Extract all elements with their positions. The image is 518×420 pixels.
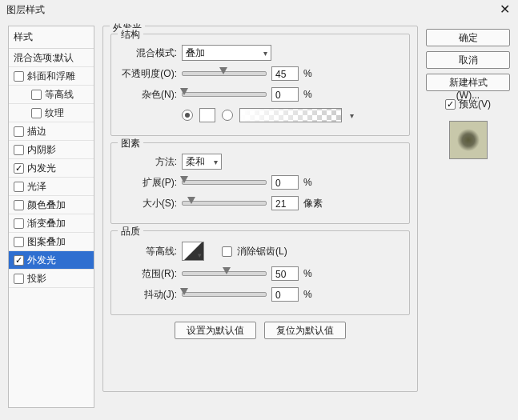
item-stroke-label: 描边 bbox=[27, 125, 46, 138]
titlebar: 图层样式 ✕ bbox=[0, 0, 518, 21]
cancel-button[interactable]: 取消 bbox=[426, 51, 510, 69]
preview-label: 预览(V) bbox=[459, 98, 491, 111]
spread-label: 扩展(P): bbox=[119, 176, 177, 190]
glow-gradient-picker[interactable] bbox=[239, 108, 342, 122]
jitter-slider[interactable] bbox=[182, 292, 267, 297]
blending-options-row[interactable]: 混合选项:默认 bbox=[9, 49, 94, 67]
chevron-down-icon: ▾ bbox=[214, 158, 218, 166]
size-input[interactable]: 21 bbox=[271, 196, 299, 210]
item-contour-sub[interactable]: 等高线 bbox=[9, 86, 94, 104]
item-inner-shadow-label: 内阴影 bbox=[27, 143, 56, 157]
new-style-button[interactable]: 新建样式(W)... bbox=[426, 74, 510, 91]
checkbox-drop-shadow[interactable] bbox=[14, 274, 24, 284]
range-label: 范围(R): bbox=[119, 267, 177, 281]
item-drop-shadow[interactable]: 投影 bbox=[9, 270, 94, 288]
item-stroke[interactable]: 描边 bbox=[9, 122, 94, 141]
contour-label: 等高线: bbox=[119, 245, 177, 258]
checkbox-pattern-overlay[interactable] bbox=[14, 237, 24, 247]
blend-mode-label: 混合模式: bbox=[119, 46, 177, 60]
item-pattern-overlay[interactable]: 图案叠加 bbox=[9, 233, 94, 251]
settings-panel: 外发光 结构 混合模式: 叠加 ▾ 不透明度(O): 45 bbox=[102, 26, 418, 408]
item-color-overlay-label: 颜色叠加 bbox=[27, 198, 66, 212]
item-inner-glow[interactable]: 内发光 bbox=[9, 159, 94, 178]
spread-input[interactable]: 0 bbox=[271, 175, 299, 190]
item-gradient-overlay[interactable]: 渐变叠加 bbox=[9, 214, 94, 233]
color-source-gradient-radio[interactable] bbox=[222, 110, 233, 121]
checkbox-texture-sub[interactable] bbox=[31, 108, 42, 118]
item-texture-sub[interactable]: 纹理 bbox=[9, 104, 94, 122]
checkbox-satin[interactable] bbox=[14, 182, 24, 192]
group-quality-legend: 品质 bbox=[118, 225, 143, 238]
blending-options-label: 混合选项:默认 bbox=[14, 51, 74, 65]
range-input[interactable]: 50 bbox=[271, 266, 299, 281]
checkbox-bevel[interactable] bbox=[14, 71, 24, 82]
item-contour-sub-label: 等高线 bbox=[45, 88, 74, 102]
dialog-window: 图层样式 ✕ 样式 混合选项:默认 斜面和浮雕 等高线 纹理 描边 bbox=[0, 0, 518, 420]
opacity-label: 不透明度(O): bbox=[119, 67, 177, 81]
blend-mode-value: 叠加 bbox=[186, 46, 205, 60]
action-panel: 确定 取消 新建样式(W)... 预览(V) bbox=[426, 26, 510, 408]
close-icon[interactable]: ✕ bbox=[500, 2, 510, 17]
checkbox-gradient-overlay[interactable] bbox=[14, 218, 24, 229]
contour-picker[interactable]: ▾ bbox=[182, 242, 204, 261]
glow-color-swatch[interactable] bbox=[199, 108, 215, 122]
item-bevel[interactable]: 斜面和浮雕 bbox=[9, 67, 94, 86]
item-drop-shadow-label: 投影 bbox=[27, 272, 46, 286]
technique-select[interactable]: 柔和 ▾ bbox=[182, 154, 222, 170]
item-satin-label: 光泽 bbox=[27, 180, 46, 194]
range-unit: % bbox=[303, 268, 312, 279]
size-unit: 像素 bbox=[303, 197, 323, 210]
group-structure: 结构 混合模式: 叠加 ▾ 不透明度(O): 45 % bbox=[110, 34, 410, 136]
size-slider[interactable] bbox=[182, 201, 267, 206]
reset-default-button[interactable]: 复位为默认值 bbox=[264, 322, 346, 339]
item-outer-glow[interactable]: 外发光 bbox=[9, 251, 94, 270]
item-bevel-label: 斜面和浮雕 bbox=[27, 70, 75, 83]
opacity-unit: % bbox=[303, 68, 312, 79]
checkbox-inner-glow[interactable] bbox=[14, 163, 24, 174]
checkbox-stroke[interactable] bbox=[14, 126, 24, 137]
technique-label: 方法: bbox=[119, 155, 177, 169]
range-slider[interactable] bbox=[182, 271, 267, 276]
noise-unit: % bbox=[303, 89, 312, 100]
window-title: 图层样式 bbox=[6, 4, 45, 15]
style-list-panel: 样式 混合选项:默认 斜面和浮雕 等高线 纹理 描边 内阴影 bbox=[8, 26, 94, 408]
group-structure-legend: 结构 bbox=[118, 28, 143, 42]
ok-button[interactable]: 确定 bbox=[426, 29, 510, 46]
jitter-unit: % bbox=[303, 289, 312, 300]
chevron-down-icon: ▾ bbox=[198, 251, 202, 259]
color-source-solid-radio[interactable] bbox=[182, 110, 193, 121]
group-quality: 品质 等高线: ▾ 消除锯齿(L) 范围(R): 50 bbox=[110, 230, 410, 315]
group-elements-legend: 图素 bbox=[118, 137, 143, 150]
jitter-input[interactable]: 0 bbox=[271, 287, 299, 302]
item-pattern-overlay-label: 图案叠加 bbox=[27, 235, 66, 249]
jitter-label: 抖动(J): bbox=[119, 288, 177, 302]
anti-alias-checkbox[interactable] bbox=[222, 246, 232, 257]
noise-slider[interactable] bbox=[182, 92, 267, 97]
group-elements: 图素 方法: 柔和 ▾ 扩展(P): 0 % bbox=[110, 142, 410, 224]
item-outer-glow-label: 外发光 bbox=[27, 254, 56, 267]
chevron-down-icon: ▾ bbox=[263, 49, 267, 58]
item-color-overlay[interactable]: 颜色叠加 bbox=[9, 196, 94, 214]
opacity-slider[interactable] bbox=[182, 71, 267, 76]
style-panel-heading: 样式 bbox=[9, 26, 94, 49]
checkbox-outer-glow[interactable] bbox=[14, 255, 24, 266]
preview-thumbnail bbox=[449, 121, 488, 159]
blend-mode-select[interactable]: 叠加 ▾ bbox=[182, 45, 271, 61]
checkbox-contour-sub[interactable] bbox=[31, 90, 42, 100]
technique-value: 柔和 bbox=[186, 155, 205, 169]
size-label: 大小(S): bbox=[119, 197, 177, 210]
checkbox-color-overlay[interactable] bbox=[14, 200, 24, 210]
opacity-input[interactable]: 45 bbox=[271, 66, 299, 81]
item-inner-shadow[interactable]: 内阴影 bbox=[9, 141, 94, 159]
spread-slider[interactable] bbox=[182, 180, 267, 185]
anti-alias-label: 消除锯齿(L) bbox=[237, 245, 287, 258]
chevron-down-icon[interactable]: ▾ bbox=[350, 111, 354, 120]
checkbox-inner-shadow[interactable] bbox=[14, 145, 24, 155]
item-texture-sub-label: 纹理 bbox=[45, 106, 64, 120]
noise-label: 杂色(N): bbox=[119, 88, 177, 102]
noise-input[interactable]: 0 bbox=[271, 87, 299, 102]
item-inner-glow-label: 内发光 bbox=[27, 162, 56, 175]
item-satin[interactable]: 光泽 bbox=[9, 178, 94, 196]
preview-checkbox[interactable] bbox=[445, 99, 456, 110]
make-default-button[interactable]: 设置为默认值 bbox=[175, 322, 256, 339]
